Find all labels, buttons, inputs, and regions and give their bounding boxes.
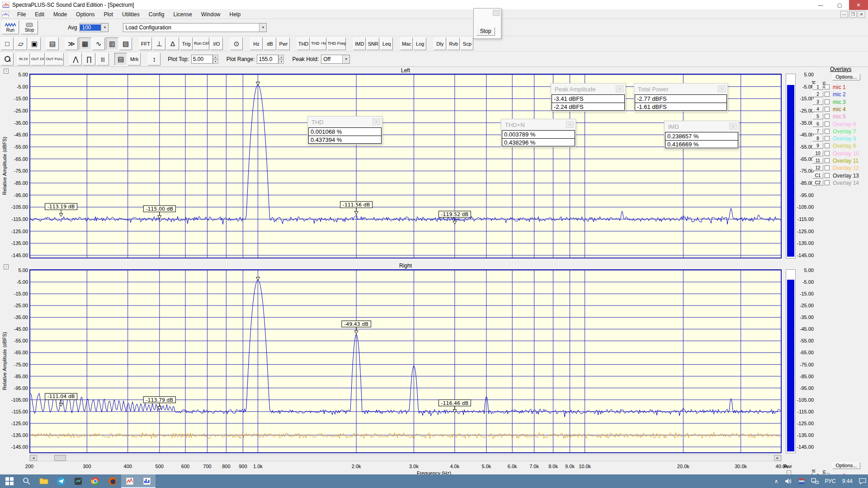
triggering-button[interactable]: Trig: [180, 38, 193, 50]
file-explorer-button[interactable]: [35, 474, 52, 488]
chevron-down-icon[interactable]: ▼: [101, 23, 108, 32]
overlay-on-checkbox[interactable]: [825, 143, 830, 148]
surface-view-button[interactable]: ▨: [119, 38, 132, 50]
measurement-window-thd-n[interactable]: THD+Nx0.003789 %0.438296 %: [501, 119, 576, 147]
run-control-button[interactable]: Run Ctrl: [193, 38, 209, 50]
overlay-on-checkbox[interactable]: [825, 165, 830, 170]
plot-top-spinner[interactable]: ▲▼: [213, 55, 218, 64]
overlay-set-button[interactable]: 4: [812, 106, 823, 112]
measurement-window-thd[interactable]: THDx0.001068 %0.437394 %: [307, 116, 382, 145]
overlay-on-checkbox[interactable]: [825, 136, 830, 141]
plot-top-input[interactable]: [191, 55, 213, 64]
child-minimize-button[interactable]: —: [840, 11, 848, 18]
close-icon[interactable]: x: [729, 123, 737, 130]
units-db-button[interactable]: dB: [264, 38, 276, 50]
units-hz-button[interactable]: Hz: [250, 38, 263, 50]
open-file-button[interactable]: ▱: [14, 38, 27, 50]
reverb-button[interactable]: Rvb: [447, 38, 460, 50]
close-button[interactable]: ✕: [849, 0, 868, 10]
overlay-set-button[interactable]: 5: [812, 113, 823, 119]
scroll-left-button[interactable]: ◄: [30, 455, 37, 461]
overlay-on-checkbox[interactable]: [825, 173, 830, 178]
menu-item-options[interactable]: Options: [71, 10, 99, 19]
dark-app-button[interactable]: [70, 474, 87, 488]
peak-hold-select[interactable]: Off ▼: [321, 55, 350, 64]
child-close-button[interactable]: ✕: [858, 11, 865, 18]
scrollbar-thumb[interactable]: [54, 455, 66, 461]
chrome-button[interactable]: [87, 474, 104, 488]
overlay-on-checkbox[interactable]: [825, 180, 830, 185]
overlay-set-button[interactable]: 12: [812, 165, 823, 171]
overlay-on-checkbox[interactable]: [825, 84, 830, 89]
close-icon[interactable]: [493, 10, 500, 16]
line-display-button[interactable]: ∏: [83, 53, 95, 66]
signal-generator-button[interactable]: ⊙: [230, 38, 243, 50]
vertical-fit-button[interactable]: ↕: [148, 53, 160, 66]
io-device-button[interactable]: I/O: [210, 38, 223, 50]
spectrogram-view-button[interactable]: ▥: [106, 38, 118, 50]
overlay-set-button[interactable]: 7: [812, 128, 823, 134]
overlay-on-checkbox[interactable]: [825, 114, 830, 119]
minimize-button[interactable]: —: [811, 0, 830, 10]
plot-range-input[interactable]: [257, 55, 278, 64]
search-button[interactable]: [18, 474, 35, 488]
leq-meter-button[interactable]: Leq: [380, 38, 393, 50]
units-pwr-button[interactable]: Pwr: [277, 38, 290, 50]
macro-button[interactable]: Mac: [400, 38, 413, 50]
plot-range-spinner[interactable]: ▲▼: [278, 55, 284, 64]
menu-item-file[interactable]: File: [13, 10, 30, 19]
snr-meter-button[interactable]: SNR: [367, 38, 379, 50]
overlay-on-checkbox[interactable]: [825, 151, 830, 156]
run-button[interactable]: Run: [2, 20, 19, 34]
layers-app-icon[interactable]: [798, 478, 805, 484]
overlays-options-button[interactable]: Options...: [832, 462, 860, 469]
print-button[interactable]: ▤: [46, 38, 59, 50]
overlay-set-button[interactable]: 8: [812, 136, 823, 141]
browser-button[interactable]: [104, 474, 121, 488]
scope-button[interactable]: Scp: [461, 38, 473, 50]
imd-meter-button[interactable]: IMD: [353, 38, 366, 50]
spectraplus-window-2[interactable]: [138, 474, 156, 488]
delay-button[interactable]: Dly: [434, 38, 446, 50]
calibration-button[interactable]: Δ: [166, 38, 179, 50]
start-button[interactable]: [1, 474, 18, 488]
measurement-window-total-power[interactable]: Total Powerx-2.77 dBFS-1.61 dBFS: [634, 83, 728, 112]
child-restore-button[interactable]: ❐: [849, 11, 857, 18]
overlay-set-button[interactable]: C2: [812, 180, 823, 186]
overlay-set-button[interactable]: 3: [812, 99, 823, 105]
notification-icon[interactable]: [859, 478, 866, 484]
fast-forward-button[interactable]: ≫: [65, 38, 78, 50]
chevron-down-icon[interactable]: ▼: [259, 23, 266, 32]
menu-item-window[interactable]: Window: [197, 10, 225, 19]
zoom-out-2x-button[interactable]: OUT 2X: [31, 53, 45, 66]
close-icon[interactable]: x: [373, 118, 380, 125]
network-icon[interactable]: [811, 478, 819, 484]
thd-meter-button[interactable]: THD: [297, 38, 310, 50]
close-icon[interactable]: x: [566, 121, 574, 128]
overlays-options-button[interactable]: Options...: [832, 74, 860, 80]
close-icon[interactable]: x: [616, 85, 623, 92]
zoom-out-full-button[interactable]: OUT FULL: [46, 53, 64, 66]
menu-item-config[interactable]: Config: [144, 10, 169, 19]
overlay-set-button[interactable]: C1: [812, 173, 823, 178]
menu-item-license[interactable]: License: [169, 10, 196, 19]
overlay-set-button[interactable]: 9: [812, 143, 823, 149]
overlay-on-checkbox[interactable]: [825, 92, 830, 97]
spectraplus-window-1[interactable]: [121, 474, 138, 488]
horizontal-scrollbar[interactable]: ◄►: [29, 455, 782, 461]
overlay-set-button[interactable]: 11: [812, 158, 823, 164]
new-file-button[interactable]: □: [1, 38, 14, 50]
scaling-button[interactable]: ⊥: [153, 38, 165, 50]
overlay-on-checkbox[interactable]: [825, 107, 830, 112]
marker-tool-button[interactable]: Mrk: [128, 53, 141, 66]
scroll-right-button[interactable]: ►: [774, 455, 781, 461]
menu-item-plot[interactable]: Plot: [99, 10, 118, 19]
fft-settings-button[interactable]: FFT: [139, 38, 152, 50]
telegram-button[interactable]: [52, 474, 70, 488]
zoom-mode-button[interactable]: [1, 53, 14, 66]
overlay-on-checkbox[interactable]: [825, 158, 830, 163]
measurement-window-peak-amplitude[interactable]: Peak Amplitudex-3.41 dBFS-2.24 dBFS: [551, 83, 626, 112]
overlay-set-button[interactable]: 1: [812, 84, 823, 90]
menu-item-edit[interactable]: Edit: [30, 10, 49, 19]
zoom-in-2x-button[interactable]: IN 2X: [17, 53, 30, 66]
